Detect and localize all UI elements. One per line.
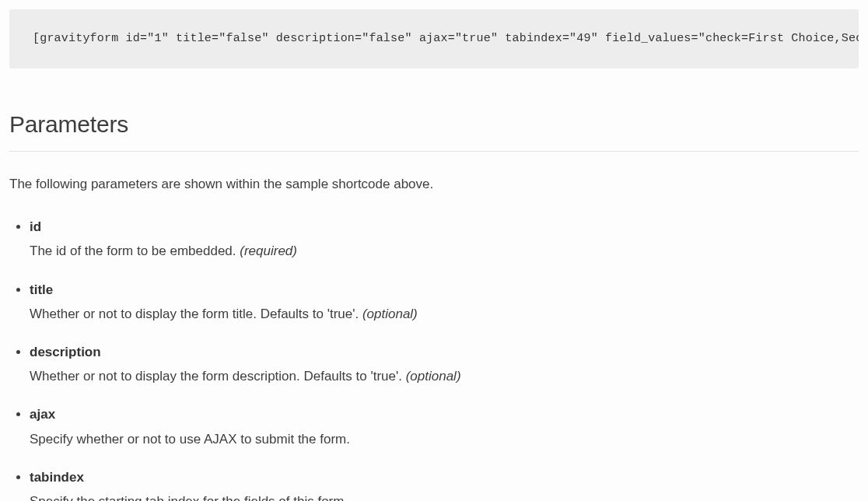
param-desc: Specify the starting tab index for the f… bbox=[30, 494, 348, 501]
param-name: ajax bbox=[30, 404, 859, 425]
param-name: description bbox=[30, 342, 859, 363]
param-note: (optional) bbox=[362, 307, 418, 321]
param-item-title: title Whether or not to display the form… bbox=[30, 279, 859, 324]
param-name: title bbox=[30, 279, 859, 300]
parameters-heading: Parameters bbox=[9, 106, 859, 152]
param-note: (optional) bbox=[406, 369, 461, 384]
param-desc: Specify whether or not to use AJAX to su… bbox=[30, 432, 350, 447]
param-note: (required) bbox=[240, 243, 297, 258]
param-item-ajax: ajax Specify whether or not to use AJAX … bbox=[30, 404, 859, 449]
param-item-id: id The id of the form to be embedded. (r… bbox=[30, 216, 859, 261]
param-desc: The id of the form to be embedded. (requ… bbox=[30, 243, 297, 258]
parameters-list: id The id of the form to be embedded. (r… bbox=[9, 216, 859, 501]
param-item-tabindex: tabindex Specify the starting tab index … bbox=[30, 467, 859, 501]
param-desc: Whether or not to display the form descr… bbox=[30, 369, 461, 384]
parameters-intro: The following parameters are shown withi… bbox=[9, 173, 859, 194]
param-item-description: description Whether or not to display th… bbox=[30, 342, 859, 387]
code-text: [gravityform id="1" title="false" descri… bbox=[33, 32, 859, 45]
param-name: tabindex bbox=[30, 467, 859, 488]
shortcode-example: [gravityform id="1" title="false" descri… bbox=[9, 9, 859, 68]
param-desc: Whether or not to display the form title… bbox=[30, 307, 418, 321]
param-name: id bbox=[30, 216, 859, 237]
